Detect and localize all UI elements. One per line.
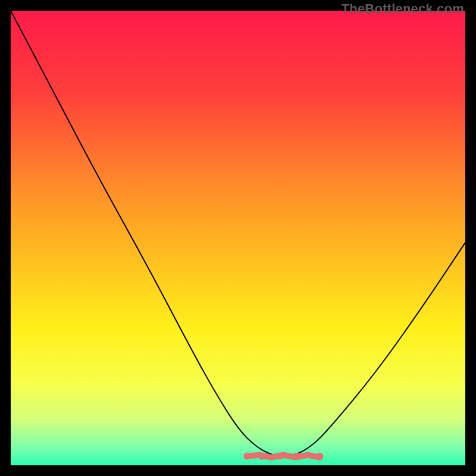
plot-area [11, 11, 465, 465]
curve-layer [11, 11, 465, 465]
watermark-text: TheBottleneck.com [342, 1, 464, 17]
optimal-dot [295, 453, 302, 460]
bottleneck-curve [11, 11, 465, 456]
optimal-dot [317, 453, 324, 460]
optimal-dot [243, 453, 250, 460]
chart-frame: TheBottleneck.com [0, 0, 476, 476]
optimal-region-highlight [247, 455, 320, 458]
optimal-dot [276, 453, 283, 460]
optimal-dot [258, 453, 265, 460]
